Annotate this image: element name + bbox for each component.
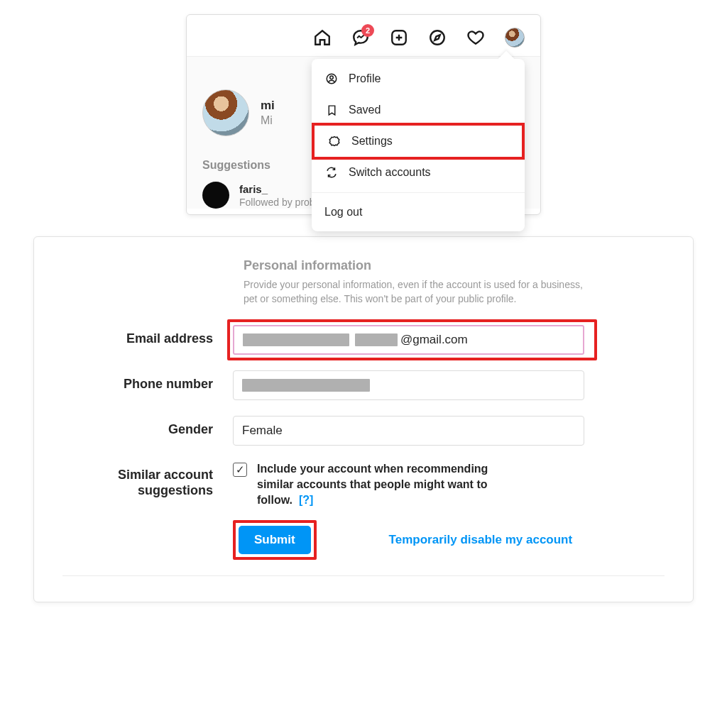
email-field[interactable]: @gmail.com: [233, 325, 584, 355]
email-suffix: @gmail.com: [400, 333, 468, 347]
section-description: Provide your personal information, even …: [244, 277, 584, 307]
menu-item-label: Saved: [349, 104, 381, 116]
menu-item-profile[interactable]: Profile: [312, 63, 525, 94]
similar-accounts-checkbox[interactable]: ✓: [233, 463, 247, 477]
menu-item-label: Profile: [349, 72, 381, 85]
svg-point-3: [330, 76, 334, 79]
disable-account-link[interactable]: Temporarily disable my account: [389, 533, 573, 547]
profile-dropdown: Profile Saved Settings Switch accounts L…: [312, 59, 525, 231]
gender-label: Gender: [62, 416, 233, 438]
activity-icon[interactable]: [466, 28, 485, 47]
menu-separator: [312, 192, 525, 193]
notification-badge: 2: [361, 24, 374, 37]
svg-point-1: [430, 31, 444, 45]
gender-value: Female: [242, 424, 283, 438]
profile-icon: [324, 72, 339, 86]
explore-icon[interactable]: [428, 28, 447, 47]
gender-field[interactable]: Female: [233, 416, 584, 446]
menu-item-settings[interactable]: Settings: [312, 123, 525, 160]
new-post-icon[interactable]: [390, 28, 408, 47]
menu-item-saved[interactable]: Saved: [312, 94, 525, 126]
user-avatar[interactable]: [202, 89, 249, 136]
username-truncated: mi: [261, 99, 275, 113]
redacted-text: [355, 333, 398, 346]
bookmark-icon: [324, 103, 339, 117]
personal-info-form: Personal information Provide your person…: [33, 236, 694, 602]
section-title: Personal information: [244, 258, 665, 273]
help-link[interactable]: [?]: [299, 494, 313, 506]
profile-dropdown-panel: 2 mi Mi Suggestions faris_ Followed by p…: [186, 14, 541, 215]
home-icon[interactable]: [313, 28, 332, 47]
avatar[interactable]: [505, 28, 525, 48]
switch-icon: [324, 165, 339, 180]
menu-item-label: Switch accounts: [349, 166, 431, 179]
redacted-text: [243, 333, 349, 346]
gear-icon: [327, 134, 341, 148]
divider: [62, 575, 665, 576]
menu-item-label: Log out: [324, 206, 362, 218]
phone-label: Phone number: [62, 370, 233, 392]
submit-button[interactable]: Submit: [239, 526, 311, 554]
menu-item-switch[interactable]: Switch accounts: [312, 157, 525, 188]
similar-label: Similar account suggestions: [62, 461, 233, 499]
top-nav: 2: [187, 15, 540, 56]
suggestion-avatar[interactable]: [202, 182, 229, 209]
redacted-text: [242, 379, 370, 392]
phone-field[interactable]: [233, 370, 584, 400]
display-name-truncated: Mi: [261, 114, 275, 127]
menu-item-label: Settings: [351, 135, 393, 148]
similar-accounts-desc: Include your account when recommending s…: [257, 461, 517, 509]
messenger-icon[interactable]: 2: [351, 28, 370, 47]
menu-item-logout[interactable]: Log out: [312, 197, 525, 227]
email-label: Email address: [62, 325, 233, 347]
